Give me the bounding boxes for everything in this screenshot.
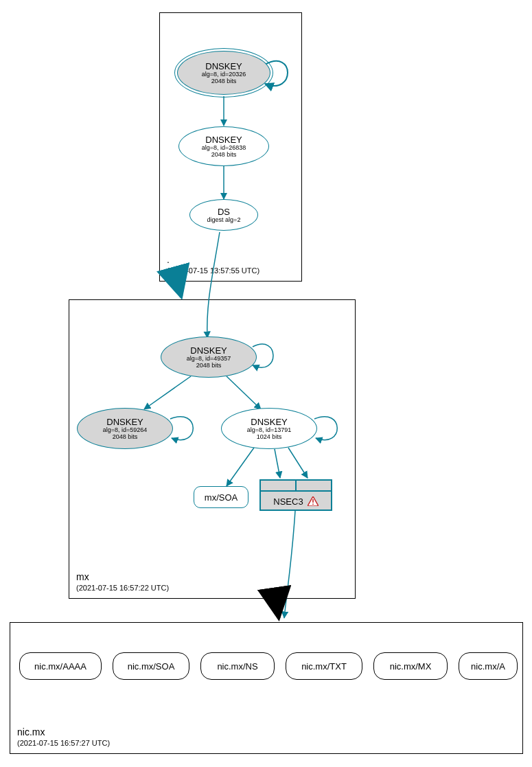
node-nicmx-mx-label: nic.mx/MX [390, 661, 432, 672]
node-nicmx-a-label: nic.mx/A [471, 661, 505, 672]
warning-icon [308, 496, 319, 506]
node-nicmx-soa: nic.mx/SOA [113, 652, 189, 680]
node-mx-zsk1-bits: 1024 bits [257, 434, 282, 441]
node-mx-zsk1-title: DNSKEY [251, 417, 287, 427]
node-nicmx-txt-label: nic.mx/TXT [301, 661, 347, 672]
zone-root-label: . (2021-07-15 13:57:55 UTC) [167, 253, 259, 275]
node-mx-ksk-bits: 2048 bits [196, 363, 222, 369]
node-root-zsk-title: DNSKEY [205, 135, 242, 145]
zone-mx-name: mx [76, 571, 169, 583]
node-root-ksk: DNSKEY alg=8, id=20326 2048 bits [177, 51, 270, 95]
zone-nicmx: nic.mx (2021-07-15 16:57:27 UTC) [10, 622, 523, 754]
node-nicmx-aaaa-label: nic.mx/AAAA [34, 661, 86, 672]
node-nsec3: NSEC3 [259, 479, 332, 511]
node-root-ds-alg: digest alg=2 [207, 217, 241, 224]
zone-nicmx-label: nic.mx (2021-07-15 16:57:27 UTC) [17, 726, 110, 748]
zone-nicmx-timestamp: (2021-07-15 16:57:27 UTC) [17, 738, 110, 748]
svg-rect-1 [312, 503, 314, 505]
node-nicmx-txt: nic.mx/TXT [286, 652, 362, 680]
node-nicmx-a: nic.mx/A [459, 652, 518, 680]
node-root-ksk-bits: 2048 bits [211, 78, 237, 85]
node-nicmx-ns: nic.mx/NS [200, 652, 275, 680]
node-nicmx-mx: nic.mx/MX [373, 652, 448, 680]
zone-root-timestamp: (2021-07-15 13:57:55 UTC) [167, 266, 259, 275]
node-root-ds: DS digest alg=2 [189, 199, 258, 231]
node-mx-zsk-59264: DNSKEY alg=8, id=59264 2048 bits [77, 408, 173, 449]
node-mx-zsk-13791: DNSKEY alg=8, id=13791 1024 bits [221, 408, 317, 449]
zone-mx-label: mx (2021-07-15 16:57:22 UTC) [76, 571, 169, 593]
node-nicmx-soa-label: nic.mx/SOA [128, 661, 175, 672]
zone-root-name: . [167, 253, 259, 266]
node-mx-zsk2-title: DNSKEY [106, 417, 143, 427]
node-root-ksk-alg: alg=8, id=20326 [202, 71, 246, 78]
node-nsec3-label: NSEC3 [273, 496, 303, 507]
node-mx-soa-label: mx/SOA [205, 492, 238, 503]
node-mx-zsk2-bits: 2048 bits [113, 434, 138, 441]
node-root-zsk-bits: 2048 bits [211, 152, 237, 159]
node-mx-ksk: DNSKEY alg=8, id=49357 2048 bits [161, 336, 257, 378]
node-root-ksk-title: DNSKEY [205, 61, 242, 71]
zone-mx-timestamp: (2021-07-15 16:57:22 UTC) [76, 583, 169, 593]
zone-nicmx-name: nic.mx [17, 726, 110, 738]
node-nicmx-ns-label: nic.mx/NS [217, 661, 257, 672]
nsec3-header-cells [261, 481, 331, 492]
svg-rect-0 [312, 499, 314, 503]
node-nicmx-aaaa: nic.mx/AAAA [19, 652, 102, 680]
node-mx-ksk-title: DNSKEY [190, 345, 227, 356]
node-root-ds-title: DS [218, 207, 230, 217]
node-mx-soa: mx/SOA [194, 486, 248, 508]
node-root-zsk: DNSKEY alg=8, id=26838 2048 bits [178, 126, 269, 166]
